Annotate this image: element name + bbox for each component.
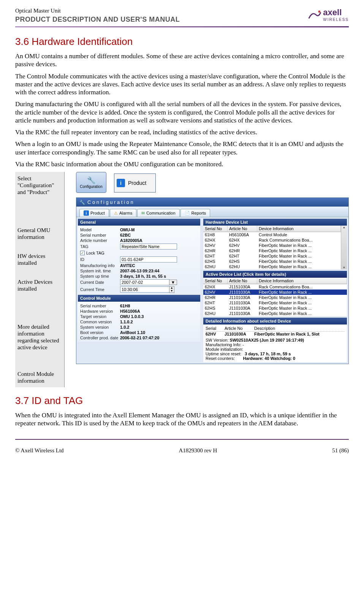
config-body: General ModelOMU-M Serial number62BC Art…	[76, 217, 348, 364]
active-table-header: Serial No Article No Device Information	[203, 278, 347, 284]
detail-init-label: Module initialization:	[206, 347, 243, 352]
cm-hw-label: Hardware version	[80, 309, 120, 313]
para-3-6-5: When a login to an OMU is made using the…	[15, 140, 349, 156]
configuration-icon-button[interactable]: 🔧 Configuration	[76, 172, 106, 193]
callout-active-devices: Active Devices installed	[17, 278, 62, 292]
wrench-sm-icon: 🔧	[79, 200, 85, 205]
hw-scrollbar[interactable]: ▲▼	[341, 226, 347, 269]
hw-col-article[interactable]: Article No	[228, 226, 257, 232]
table-row[interactable]: 61H8H561006AControl Module	[203, 232, 341, 237]
date-dropdown-icon[interactable]: ▼	[169, 280, 177, 285]
table-row[interactable]: 62HVJ1101030AFiberOptic Master in Rack .…	[203, 290, 347, 295]
tag-input[interactable]	[120, 243, 177, 250]
hardware-list-header: Hardware Device List	[203, 219, 347, 226]
header-subtitle: PRODUCT DESCRIPTION AND USER'S MANUAL	[15, 16, 180, 24]
active-col-device[interactable]: Device Information	[257, 278, 347, 284]
table-row[interactable]: 62HTJ1101030AFiberOptic Master in Rack .…	[203, 300, 347, 305]
article-value: A1820005A	[120, 238, 142, 243]
config-figure: Select "Configuration" and "Product" Gen…	[15, 172, 349, 387]
mfg-value: AVITEC	[120, 263, 135, 268]
table-row[interactable]: 62HUJ1101030AFiberOptic Master in Rack .…	[203, 311, 347, 316]
callout-general-omu: General OMU information	[17, 227, 62, 240]
config-icon-label: Configuration	[80, 185, 102, 189]
callout-hw-devices: HW devices installed	[17, 253, 62, 266]
hw-col-device[interactable]: Device Information	[257, 226, 341, 232]
logo-swirl-icon	[307, 9, 321, 21]
table-row[interactable]: 62HR62HRFiberOptic Master in Rack ...	[203, 248, 341, 253]
para-3-6-4: Via the RMC the full repeater inventory …	[15, 128, 349, 136]
curdate-input[interactable]	[120, 279, 169, 285]
lock-tag-checkbox[interactable]: ✓	[80, 251, 85, 255]
table-row[interactable]: 62HT62HTFiberOptic Master in Rack ...	[203, 253, 341, 259]
cm-common-value: 1.1.0.2	[120, 320, 133, 324]
active-col-serial[interactable]: Serial No	[203, 278, 228, 284]
general-panel-header: General	[78, 219, 200, 226]
cm-system-label: System version	[80, 325, 120, 329]
curtime-input[interactable]	[120, 286, 169, 293]
table-row[interactable]: 62HRJ1101030AFiberOptic Master in Rack .…	[203, 295, 347, 300]
tab-reports[interactable]: 📄Reports	[180, 209, 210, 217]
model-label: Model	[80, 227, 120, 232]
wrench-icon: 🔧	[87, 176, 95, 185]
callout-control-module: Control Module information	[17, 371, 62, 384]
active-device-list: Serial No Article No Device Information …	[203, 278, 347, 316]
scroll-up-icon: ▲	[343, 226, 346, 229]
detail-col-serial: Serial	[206, 326, 225, 331]
callout-detailed-info: More detailed information regarding sele…	[17, 323, 62, 351]
page-header: Optical Master Unit PRODUCT DESCRIPTION …	[15, 8, 349, 25]
cm-target-label: Target version	[80, 314, 120, 319]
curtime-label: Current Time	[80, 287, 120, 292]
detail-mfg-label: Manufactoring Info:	[206, 342, 241, 347]
para-3-7-1: When the OMU is integrated into the Axel…	[15, 411, 349, 428]
cm-ctrl-label: Controller prod. date	[80, 336, 120, 340]
tab-bar: iProduct ⚠Alarms ✉Communication 📄Reports	[76, 207, 348, 217]
tab-product[interactable]: iProduct	[79, 209, 109, 217]
hw-col-serial[interactable]: Serial No	[203, 226, 228, 232]
article-label: Article number	[80, 238, 120, 243]
footer-center: A1829300 rev H	[179, 447, 217, 454]
info-sm-icon: i	[84, 210, 89, 216]
logo-text: axell	[323, 8, 349, 17]
detail-sw-value: SW02510AX25 (Jun 19 2007 16:17:49)	[230, 338, 304, 342]
detail-reset-value: Hardware: 40 Watchdog: 0	[243, 356, 295, 361]
tag-label: TAG	[80, 244, 120, 249]
detail-box: Serial Article No Description 62HV J1101…	[203, 324, 347, 362]
active-col-article[interactable]: Article No	[228, 278, 257, 284]
serial-value: 62BC	[120, 233, 131, 237]
hw-table-header: Serial No Article No Device Information	[203, 226, 341, 232]
hardware-device-list: Serial No Article No Device Information …	[203, 226, 347, 269]
mfg-label: Manufactoring info	[80, 263, 120, 268]
callout-select-config: Select "Configuration" and "Product"	[17, 175, 62, 196]
detail-serial-value: 62HV	[206, 332, 225, 336]
table-row[interactable]: 62HX62HXRack Communications Boa...	[203, 237, 341, 243]
window-titlebar: 🔧 C o n f i g u r a t i o n	[76, 198, 348, 207]
table-row[interactable]: 62HV62HVFiberOptic Master in Rack ...	[203, 243, 341, 248]
tab-alarms[interactable]: ⚠Alarms	[110, 209, 136, 217]
uptime-value: 3 days, 18 h, 31 m, 55 s	[120, 274, 166, 278]
tab-communication[interactable]: ✉Communication	[137, 209, 179, 217]
detail-uptime-value: 3 days, 17 h, 18 m, 59 s	[245, 352, 291, 356]
logo-sub: WIRELESS	[323, 17, 349, 22]
para-3-6-1: An OMU contains a number of different mo…	[15, 52, 349, 68]
detail-mfg-value: -	[242, 342, 244, 347]
product-icon-label: Product	[128, 180, 146, 186]
report-icon: 📄	[185, 211, 190, 216]
general-panel-content: ModelOMU-M Serial number62BC Article num…	[78, 226, 200, 295]
table-row[interactable]: 62HU62HUFiberOptic Master in Rack ...	[203, 264, 341, 269]
table-row[interactable]: 62HSJ1101030AFiberOptic Master in Rack .…	[203, 305, 347, 311]
tab-product-label: Product	[90, 211, 105, 215]
cm-serial-value: 61H8	[120, 304, 130, 308]
table-row[interactable]: 62HS62HSFiberOptic Master in Rack ...	[203, 259, 341, 264]
header-left: Optical Master Unit PRODUCT DESCRIPTION …	[15, 8, 180, 24]
cm-ctrl-value: 2006-02-21 07:47:20	[120, 336, 159, 340]
section-3-6-heading: 3.6 Hardware Identification	[15, 36, 349, 48]
table-row[interactable]: 62HXJ1151030ARack Communications Boa...	[203, 284, 347, 290]
detail-uptime-label: Uptime since reset:	[206, 352, 241, 356]
detail-col-desc: Description	[254, 326, 275, 331]
product-icon-button[interactable]: i Product	[114, 173, 156, 192]
id-input[interactable]	[120, 256, 177, 262]
detail-col-article: Article No	[225, 326, 254, 331]
time-spinner-icon[interactable]: ▲▼	[169, 286, 174, 293]
init-value: 2007-06-13 09:23:44	[120, 269, 159, 273]
cm-system-value: 1.0.2	[120, 325, 129, 329]
